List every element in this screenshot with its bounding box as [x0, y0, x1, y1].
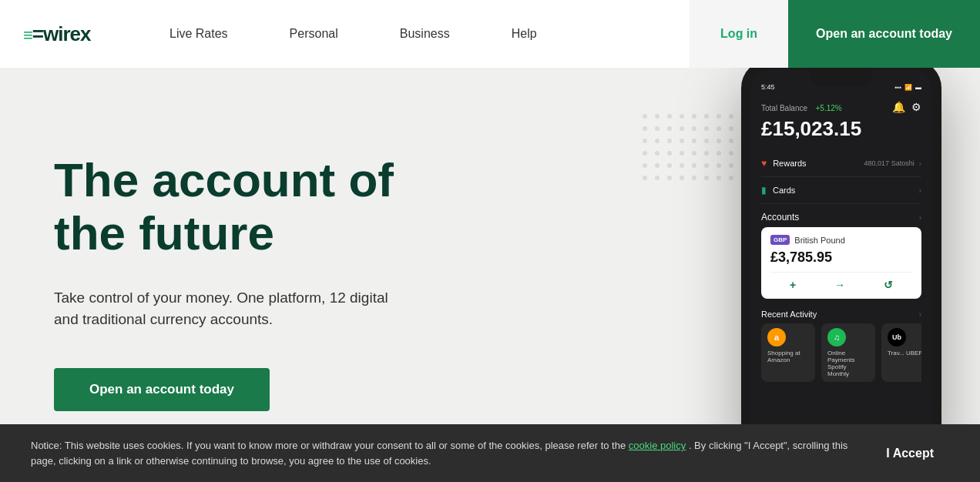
amazon-icon: a [767, 328, 786, 346]
phone-mockup: 5:45 ▪▪▪ 📶 ▬ Total Balance +5.12% [741, 68, 941, 460]
hero-right: for(let i=0;i<48;i++) document.write('<d… [493, 68, 980, 482]
uber-icon: Ub [888, 328, 906, 346]
account-card: GBP British Pound £3,785.95 + → ↺ [761, 227, 921, 299]
rewards-right: 480,017 Satoshi › [864, 159, 921, 168]
phone-time: 5:45 [761, 83, 775, 91]
accounts-label: Accounts [761, 212, 799, 223]
rewards-chevron-icon: › [919, 159, 921, 168]
heart-icon: ♥ [761, 158, 767, 169]
card-icon: ▮ [761, 185, 767, 196]
notification-icon[interactable]: 🔔 [892, 101, 905, 113]
rewards-value: 480,017 Satoshi [864, 159, 915, 167]
recent-activity-chevron-icon: › [919, 310, 921, 319]
main-nav: Live Rates Personal Business Help [139, 0, 690, 68]
battery-icon: ▬ [915, 84, 921, 91]
account-card-header: GBP British Pound [770, 235, 912, 245]
uber-label: Trav... UBER [888, 350, 921, 356]
top-action-icons: 🔔 ⚙ [892, 101, 921, 113]
send-action-btn[interactable]: → [834, 279, 845, 291]
recent-activity-header: Recent Activity › [761, 303, 921, 323]
cards-chevron-icon: › [919, 186, 921, 195]
cookie-text-before: Notice: This website uses cookies. If yo… [31, 440, 626, 451]
rewards-label: Rewards [773, 159, 806, 168]
spotify-icon: ♫ [827, 328, 846, 346]
nav-help[interactable]: Help [481, 0, 568, 68]
logo-area: ≡=wirex [0, 22, 139, 46]
amazon-label: Shopping at Amazon [767, 350, 809, 363]
hero-title: The account of the future [54, 154, 447, 259]
exchange-action-btn[interactable]: ↺ [884, 279, 893, 291]
activity-row: a Shopping at Amazon ♫ Online Payments S… [761, 323, 921, 382]
add-action-btn[interactable]: + [790, 279, 796, 291]
nav-personal[interactable]: Personal [259, 0, 369, 68]
balance-info: Total Balance +5.12% [761, 100, 842, 114]
cards-left: ▮ Cards [761, 185, 795, 196]
phone-screen: 5:45 ▪▪▪ 📶 ▬ Total Balance +5.12% [750, 69, 932, 451]
rewards-left: ♥ Rewards [761, 158, 807, 169]
account-actions: + → ↺ [770, 272, 912, 291]
hero-subtitle: Take control of your money. One platform… [54, 287, 408, 331]
accounts-chevron-icon: › [919, 213, 921, 222]
cookie-policy-link[interactable]: cookie policy [629, 440, 686, 451]
gbp-badge: GBP [770, 235, 790, 245]
signal-icon: ▪▪▪ [894, 84, 901, 91]
cards-label: Cards [773, 186, 795, 195]
accounts-header[interactable]: Accounts › [761, 204, 921, 227]
cookie-text: Notice: This website uses cookies. If yo… [31, 438, 847, 468]
spotify-label: Online Payments Spotify Monthly [827, 350, 869, 377]
activity-spotify: ♫ Online Payments Spotify Monthly [821, 323, 875, 382]
nav-live-rates[interactable]: Live Rates [139, 0, 259, 68]
nav-business[interactable]: Business [369, 0, 481, 68]
phone-outer: 5:45 ▪▪▪ 📶 ▬ Total Balance +5.12% [741, 68, 941, 460]
hero-section: The account of the future Take control o… [0, 68, 980, 482]
login-button[interactable]: Log in [690, 0, 788, 68]
rewards-menu-item[interactable]: ♥ Rewards 480,017 Satoshi › [761, 150, 921, 177]
header: ≡=wirex Live Rates Personal Business Hel… [0, 0, 980, 68]
status-icons: ▪▪▪ 📶 ▬ [894, 84, 921, 91]
phone-balance-section: Total Balance +5.12% 🔔 ⚙ £15,023.15 [750, 92, 932, 390]
cards-menu-item[interactable]: ▮ Cards › [761, 177, 921, 204]
balance-label: Total Balance [761, 104, 807, 112]
recent-activity-label: Recent Activity [761, 310, 817, 319]
logo[interactable]: ≡=wirex [23, 22, 91, 45]
balance-change: +5.12% [816, 104, 842, 112]
wifi-icon: 📶 [904, 84, 912, 91]
settings-icon[interactable]: ⚙ [911, 101, 921, 113]
activity-amazon: a Shopping at Amazon [761, 323, 815, 382]
account-amount: £3,785.95 [770, 249, 912, 266]
header-cta-button[interactable]: Open an account today [788, 0, 980, 68]
cookie-banner: Notice: This website uses cookies. If yo… [0, 424, 980, 482]
phone-notch [811, 69, 872, 86]
account-name: British Pound [794, 236, 844, 245]
decorative-dots-1: for(let i=0;i<48;i++) document.write('<d… [643, 114, 733, 180]
hero-left: The account of the future Take control o… [0, 68, 493, 482]
hero-cta-button[interactable]: Open an account today [54, 368, 270, 411]
cookie-accept-button[interactable]: I Accept [871, 440, 949, 467]
activity-uber: Ub Trav... UBER [881, 323, 921, 382]
balance-amount: £15,023.15 [761, 117, 921, 141]
